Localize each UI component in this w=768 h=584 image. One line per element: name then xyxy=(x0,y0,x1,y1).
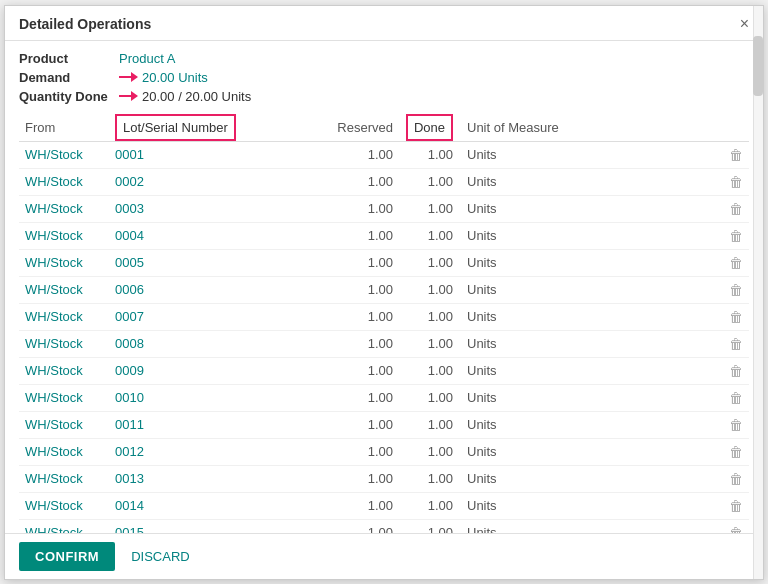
delete-button[interactable]: 🗑 xyxy=(719,357,749,384)
cell-uom: Units xyxy=(459,438,719,465)
cell-from[interactable]: WH/Stock xyxy=(19,465,109,492)
cell-reserved: 1.00 xyxy=(249,519,399,533)
delete-button[interactable]: 🗑 xyxy=(719,492,749,519)
modal-title: Detailed Operations xyxy=(19,16,151,32)
delete-button[interactable]: 🗑 xyxy=(719,222,749,249)
table-row: WH/Stock 0006 1.00 1.00 Units 🗑 xyxy=(19,276,749,303)
cell-from[interactable]: WH/Stock xyxy=(19,168,109,195)
discard-button[interactable]: DISCARD xyxy=(125,542,196,571)
delete-button[interactable]: 🗑 xyxy=(719,330,749,357)
cell-from[interactable]: WH/Stock xyxy=(19,141,109,168)
scrollbar-track xyxy=(753,6,763,579)
cell-done: 1.00 xyxy=(399,411,459,438)
delete-button[interactable]: 🗑 xyxy=(719,465,749,492)
cell-from[interactable]: WH/Stock xyxy=(19,249,109,276)
cell-reserved: 1.00 xyxy=(249,303,399,330)
confirm-button[interactable]: CONFIRM xyxy=(19,542,115,571)
cell-uom: Units xyxy=(459,519,719,533)
demand-arrow-icon xyxy=(119,72,138,82)
cell-lot[interactable]: 0003 xyxy=(109,195,249,222)
cell-done: 1.00 xyxy=(399,276,459,303)
table-header-row: From Lot/Serial Number Reserved Done Uni… xyxy=(19,114,749,142)
product-label: Product xyxy=(19,51,119,66)
cell-lot[interactable]: 0012 xyxy=(109,438,249,465)
cell-from[interactable]: WH/Stock xyxy=(19,357,109,384)
cell-lot[interactable]: 0010 xyxy=(109,384,249,411)
cell-uom: Units xyxy=(459,492,719,519)
delete-button[interactable]: 🗑 xyxy=(719,276,749,303)
delete-button[interactable]: 🗑 xyxy=(719,411,749,438)
table-row: WH/Stock 0011 1.00 1.00 Units 🗑 xyxy=(19,411,749,438)
cell-uom: Units xyxy=(459,195,719,222)
delete-button[interactable]: 🗑 xyxy=(719,519,749,533)
modal-body: Product Product A Demand 20.00 Units Qua… xyxy=(5,41,763,533)
delete-button[interactable]: 🗑 xyxy=(719,168,749,195)
delete-button[interactable]: 🗑 xyxy=(719,141,749,168)
cell-from[interactable]: WH/Stock xyxy=(19,195,109,222)
qty-done-label: Quantity Done xyxy=(19,89,119,104)
col-done: Done xyxy=(399,114,459,142)
table-row: WH/Stock 0009 1.00 1.00 Units 🗑 xyxy=(19,357,749,384)
cell-uom: Units xyxy=(459,303,719,330)
demand-row: Demand 20.00 Units xyxy=(19,70,749,85)
cell-lot[interactable]: 0006 xyxy=(109,276,249,303)
delete-button[interactable]: 🗑 xyxy=(719,195,749,222)
cell-lot[interactable]: 0015 xyxy=(109,519,249,533)
cell-from[interactable]: WH/Stock xyxy=(19,303,109,330)
table-row: WH/Stock 0007 1.00 1.00 Units 🗑 xyxy=(19,303,749,330)
close-button[interactable]: × xyxy=(740,16,749,32)
table-row: WH/Stock 0003 1.00 1.00 Units 🗑 xyxy=(19,195,749,222)
cell-lot[interactable]: 0014 xyxy=(109,492,249,519)
cell-done: 1.00 xyxy=(399,384,459,411)
cell-from[interactable]: WH/Stock xyxy=(19,438,109,465)
cell-done: 1.00 xyxy=(399,303,459,330)
cell-from[interactable]: WH/Stock xyxy=(19,411,109,438)
product-value[interactable]: Product A xyxy=(119,51,175,66)
product-row: Product Product A xyxy=(19,51,749,66)
cell-reserved: 1.00 xyxy=(249,330,399,357)
delete-button[interactable]: 🗑 xyxy=(719,303,749,330)
col-lot-serial: Lot/Serial Number xyxy=(109,114,249,142)
cell-from[interactable]: WH/Stock xyxy=(19,330,109,357)
cell-lot[interactable]: 0013 xyxy=(109,465,249,492)
table-body: WH/Stock 0001 1.00 1.00 Units 🗑 WH/Stock… xyxy=(19,141,749,533)
cell-lot[interactable]: 0008 xyxy=(109,330,249,357)
operations-table: From Lot/Serial Number Reserved Done Uni… xyxy=(19,114,749,533)
cell-from[interactable]: WH/Stock xyxy=(19,519,109,533)
cell-uom: Units xyxy=(459,384,719,411)
delete-button[interactable]: 🗑 xyxy=(719,249,749,276)
cell-done: 1.00 xyxy=(399,195,459,222)
cell-done: 1.00 xyxy=(399,438,459,465)
cell-reserved: 1.00 xyxy=(249,276,399,303)
cell-reserved: 1.00 xyxy=(249,384,399,411)
cell-done: 1.00 xyxy=(399,141,459,168)
delete-button[interactable]: 🗑 xyxy=(719,438,749,465)
cell-lot[interactable]: 0009 xyxy=(109,357,249,384)
modal-footer: CONFIRM DISCARD xyxy=(5,533,763,579)
cell-uom: Units xyxy=(459,222,719,249)
cell-lot[interactable]: 0001 xyxy=(109,141,249,168)
detailed-operations-modal: Detailed Operations × Product Product A … xyxy=(4,5,764,580)
table-row: WH/Stock 0013 1.00 1.00 Units 🗑 xyxy=(19,465,749,492)
cell-lot[interactable]: 0007 xyxy=(109,303,249,330)
table-row: WH/Stock 0015 1.00 1.00 Units 🗑 xyxy=(19,519,749,533)
cell-uom: Units xyxy=(459,168,719,195)
cell-reserved: 1.00 xyxy=(249,357,399,384)
cell-uom: Units xyxy=(459,465,719,492)
cell-from[interactable]: WH/Stock xyxy=(19,384,109,411)
table-row: WH/Stock 0010 1.00 1.00 Units 🗑 xyxy=(19,384,749,411)
cell-from[interactable]: WH/Stock xyxy=(19,276,109,303)
cell-lot[interactable]: 0005 xyxy=(109,249,249,276)
scrollbar-thumb[interactable] xyxy=(753,36,763,96)
table-row: WH/Stock 0008 1.00 1.00 Units 🗑 xyxy=(19,330,749,357)
cell-from[interactable]: WH/Stock xyxy=(19,492,109,519)
cell-lot[interactable]: 0002 xyxy=(109,168,249,195)
delete-button[interactable]: 🗑 xyxy=(719,384,749,411)
cell-lot[interactable]: 0011 xyxy=(109,411,249,438)
cell-reserved: 1.00 xyxy=(249,249,399,276)
cell-lot[interactable]: 0004 xyxy=(109,222,249,249)
col-from: From xyxy=(19,114,109,142)
cell-from[interactable]: WH/Stock xyxy=(19,222,109,249)
info-section: Product Product A Demand 20.00 Units Qua… xyxy=(5,41,763,114)
cell-done: 1.00 xyxy=(399,330,459,357)
